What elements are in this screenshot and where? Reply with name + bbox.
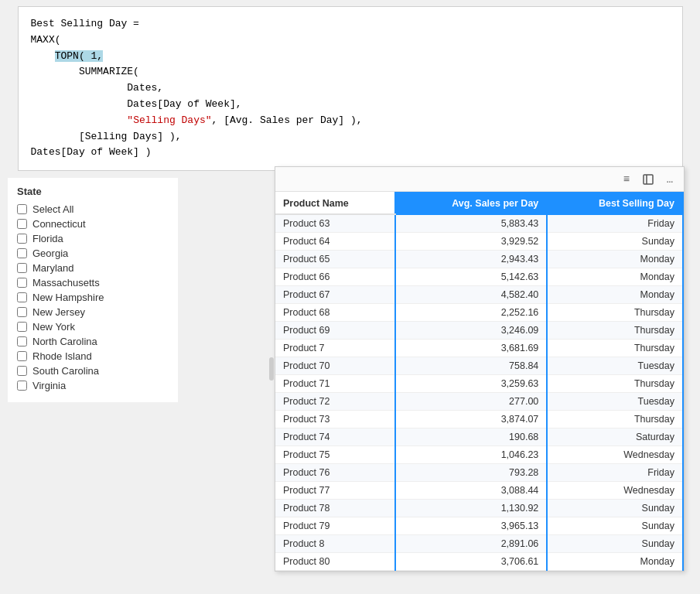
table-row: Product 665,142.63Monday — [275, 268, 683, 286]
table-row: Product 733,874.07Thursday — [275, 411, 683, 428]
more-icon[interactable]: … — [662, 172, 678, 187]
cell-best-day: Sunday — [547, 535, 683, 553]
drag-handle[interactable] — [269, 357, 274, 381]
table-row: Product 751,046.23Wednesday — [275, 446, 683, 464]
filter-checkbox[interactable] — [17, 381, 27, 391]
table-container[interactable]: Product Name Avg. Sales per Day Best Sel… — [275, 192, 684, 571]
filter-checkbox[interactable] — [17, 204, 27, 214]
filter-item[interactable]: Maryland — [17, 262, 169, 274]
cell-product-name: Product 79 — [275, 517, 395, 535]
filter-item-label: North Carolina — [32, 336, 97, 347]
code-line-2: MAXX( — [31, 32, 670, 49]
filter-item-label: Georgia — [32, 248, 68, 259]
table-row: Product 682,252.16Thursday — [275, 304, 683, 322]
filter-checkbox[interactable] — [17, 219, 27, 229]
table-row: Product 773,088.44Wednesday — [275, 482, 683, 500]
code-line-6: Dates[Day of Week], — [31, 97, 670, 113]
cell-best-day: Tuesday — [547, 393, 683, 411]
filter-checkbox[interactable] — [17, 292, 27, 302]
filter-checkbox[interactable] — [17, 307, 27, 317]
filter-item-label: Massachusetts — [32, 277, 100, 288]
cell-best-day: Sunday — [547, 500, 683, 517]
filter-item[interactable]: Massachusetts — [17, 277, 169, 288]
cell-best-day: Saturday — [547, 428, 683, 446]
cell-product-name: Product 8 — [275, 535, 395, 553]
cell-product-name: Product 65 — [275, 251, 395, 268]
cell-best-day: Thursday — [547, 340, 683, 357]
cell-avg-sales: 2,891.06 — [395, 535, 547, 553]
cell-best-day: Monday — [547, 268, 683, 286]
filter-item[interactable]: New Hampshire — [17, 292, 169, 303]
cell-best-day: Thursday — [547, 322, 683, 340]
col-header-product-name: Product Name — [275, 193, 395, 214]
filter-item[interactable]: North Carolina — [17, 336, 169, 347]
table-row: Product 70758.84Tuesday — [275, 357, 683, 375]
filter-item-label: New Hampshire — [32, 292, 104, 303]
cell-product-name: Product 78 — [275, 500, 395, 517]
cell-avg-sales: 1,046.23 — [395, 446, 547, 464]
svg-rect-0 — [644, 175, 653, 184]
cell-best-day: Monday — [547, 553, 683, 571]
filter-checkbox[interactable] — [17, 322, 27, 332]
table-header-row: Product Name Avg. Sales per Day Best Sel… — [275, 193, 683, 214]
code-line-7: "Selling Days", [Avg. Sales per Day] ), — [31, 113, 670, 129]
table-body: Product 635,883.43FridayProduct 643,929.… — [275, 214, 683, 571]
expand-icon[interactable] — [640, 172, 656, 187]
table-panel: ≡ … Product Name Avg. Sales per Day Best… — [275, 166, 685, 572]
filter-checkbox[interactable] — [17, 336, 27, 346]
filter-item[interactable]: Connecticut — [17, 218, 169, 230]
cell-product-name: Product 70 — [275, 357, 395, 375]
cell-product-name: Product 76 — [275, 464, 395, 482]
code-editor: Best Selling Day = MAXX( TOPN( 1, SUMMAR… — [18, 6, 683, 171]
filter-item[interactable]: South Carolina — [17, 365, 169, 377]
cell-best-day: Sunday — [547, 517, 683, 535]
filter-item[interactable]: Select All — [17, 203, 169, 215]
cell-avg-sales: 4,582.40 — [395, 286, 547, 304]
filter-checkbox[interactable] — [17, 351, 27, 361]
cell-avg-sales: 3,088.44 — [395, 482, 547, 500]
table-row: Product 713,259.63Thursday — [275, 375, 683, 393]
cell-product-name: Product 73 — [275, 411, 395, 428]
cell-best-day: Friday — [547, 464, 683, 482]
filter-item[interactable]: Florida — [17, 233, 169, 244]
filter-item-label: Rhode Island — [32, 350, 92, 362]
filter-checkbox[interactable] — [17, 366, 27, 376]
filter-item-label: New Jersey — [32, 306, 85, 318]
cell-avg-sales: 758.84 — [395, 357, 547, 375]
table-row: Product 76793.28Friday — [275, 464, 683, 482]
table-row: Product 803,706.61Monday — [275, 553, 683, 571]
filter-checkbox[interactable] — [17, 263, 27, 273]
cell-avg-sales: 2,252.16 — [395, 304, 547, 322]
filter-item-label: Virginia — [32, 380, 66, 391]
cell-best-day: Tuesday — [547, 357, 683, 375]
cell-avg-sales: 3,874.07 — [395, 411, 547, 428]
cell-product-name: Product 72 — [275, 393, 395, 411]
cell-product-name: Product 7 — [275, 340, 395, 357]
filter-checkbox[interactable] — [17, 234, 27, 244]
filter-item[interactable]: New Jersey — [17, 306, 169, 318]
cell-avg-sales: 3,965.13 — [395, 517, 547, 535]
filter-item[interactable]: Georgia — [17, 248, 169, 259]
cell-product-name: Product 80 — [275, 553, 395, 571]
filter-item-label: Maryland — [32, 262, 73, 274]
filter-item-label: South Carolina — [32, 365, 99, 377]
filter-panel: State Select AllConnecticutFloridaGeorgi… — [8, 178, 178, 402]
table-row: Product 73,681.69Thursday — [275, 340, 683, 357]
table-row: Product 635,883.43Friday — [275, 214, 683, 233]
filter-label: State — [17, 186, 169, 197]
cell-product-name: Product 71 — [275, 375, 395, 393]
filter-item[interactable]: New York — [17, 321, 169, 333]
filter-item-label: New York — [32, 321, 75, 333]
cell-best-day: Wednesday — [547, 446, 683, 464]
cell-avg-sales: 2,943.43 — [395, 251, 547, 268]
cell-best-day: Thursday — [547, 411, 683, 428]
filter-checkbox[interactable] — [17, 278, 27, 288]
cell-avg-sales: 277.00 — [395, 393, 547, 411]
cell-product-name: Product 68 — [275, 304, 395, 322]
code-line-3: TOPN( 1, — [31, 49, 670, 65]
filter-checkbox[interactable] — [17, 248, 27, 258]
code-line-8: [Selling Days] ), — [31, 129, 670, 145]
filter-item[interactable]: Virginia — [17, 380, 169, 391]
menu-icon[interactable]: ≡ — [619, 172, 634, 187]
filter-item[interactable]: Rhode Island — [17, 350, 169, 362]
